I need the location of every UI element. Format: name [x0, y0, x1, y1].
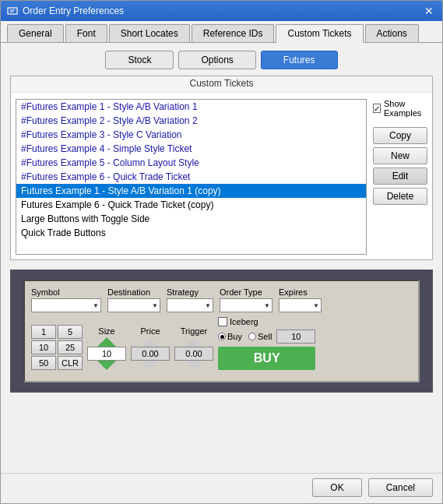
ok-button[interactable]: OK [312, 478, 361, 497]
main-window: Order Entry Preferences ✕ General Font S… [0, 0, 443, 504]
size-up-arrow[interactable] [97, 337, 116, 347]
tab-short-locates[interactable]: Short Locates [109, 24, 190, 42]
destination-dropdown-arrow: ▼ [152, 302, 158, 309]
trigger-down-arrow[interactable] [185, 361, 203, 370]
preview-bottom-row: 1 5 10 25 50 CLR Size 10 [31, 317, 412, 370]
sub-tab-stock[interactable]: Stock [105, 51, 174, 69]
size-field: Size 10 [87, 326, 126, 370]
window-title: Order Entry Preferences [23, 5, 124, 16]
list-item[interactable]: #Futures Example 3 - Style C Variation [16, 128, 366, 142]
strategy-field: Strategy ▼ [167, 287, 213, 312]
destination-label: Destination [107, 287, 160, 297]
size-btn-50[interactable]: 50 [31, 356, 56, 370]
strategy-label: Strategy [167, 287, 213, 297]
list-item[interactable]: #Futures Example 5 - Column Layout Style [16, 156, 366, 170]
buy-radio[interactable] [218, 333, 226, 340]
right-controls: Iceberg Buy Sell [218, 317, 315, 370]
sub-tabs-row: Stock Options Futures [10, 51, 433, 69]
size-buttons: 1 5 10 25 50 CLR [31, 325, 83, 370]
trigger-up-arrow[interactable] [185, 337, 203, 347]
iceberg-row: Iceberg [218, 317, 258, 326]
iceberg-spinbox[interactable]: 10 [276, 330, 315, 344]
price-diamond: 0.00 [131, 337, 170, 370]
right-panel: ✓ Show Examples Copy New Edit Delete [373, 99, 427, 255]
list-item[interactable]: Quick Trade Buttons [16, 226, 366, 240]
price-up-arrow[interactable] [141, 337, 160, 347]
sell-label: Sell [258, 332, 272, 341]
size-btn-clr[interactable]: CLR [58, 356, 83, 370]
order-type-dropdown-arrow: ▼ [264, 302, 270, 309]
order-type-label: Order Type [220, 287, 272, 297]
list-item[interactable]: #Futures Example 1 - Style A/B Variation… [16, 100, 366, 114]
price-down-arrow[interactable] [141, 361, 160, 370]
sell-radio-label: Sell [248, 332, 272, 341]
tab-reference-ids[interactable]: Reference IDs [192, 24, 275, 42]
preview-top-row: Symbol ▼ Destination ▼ [31, 287, 412, 312]
destination-input[interactable]: ▼ [107, 298, 160, 312]
size-label: Size [98, 326, 114, 336]
sell-radio[interactable] [248, 333, 256, 340]
expires-dropdown-arrow: ▼ [313, 302, 319, 309]
size-btn-1[interactable]: 1 [31, 325, 56, 339]
order-type-input[interactable]: ▼ [220, 298, 272, 312]
show-examples-row: ✓ Show Examples [373, 99, 427, 118]
price-label: Price [141, 326, 160, 336]
list-item[interactable]: #Futures Example 4 - Simple Style Ticket [16, 142, 366, 156]
app-icon [7, 5, 18, 16]
buy-radio-label: Buy [218, 332, 242, 341]
delete-button[interactable]: Delete [373, 188, 427, 205]
size-btn-5[interactable]: 5 [58, 325, 83, 339]
buy-label: Buy [227, 332, 242, 341]
destination-field: Destination ▼ [107, 287, 160, 312]
new-button[interactable]: New [373, 147, 427, 164]
footer-row: OK Cancel [1, 473, 442, 503]
show-examples-label: Show Examples [384, 99, 427, 118]
strategy-input[interactable]: ▼ [167, 298, 213, 312]
trigger-spinbox[interactable]: 0.00 [174, 347, 213, 361]
trigger-diamond: 0.00 [174, 337, 213, 370]
action-buttons: Copy New Edit Delete [373, 124, 427, 205]
size-btn-10[interactable]: 10 [31, 340, 56, 354]
buy-button[interactable]: BUY [218, 347, 315, 370]
edit-button[interactable]: Edit [373, 167, 427, 185]
list-item[interactable]: Futures Example 6 - Quick Trade Ticket (… [16, 198, 366, 212]
tab-font[interactable]: Font [65, 24, 107, 42]
tab-general[interactable]: General [7, 24, 64, 42]
cancel-button[interactable]: Cancel [368, 478, 433, 497]
size-spinbox[interactable]: 10 [87, 347, 126, 361]
title-bar-left: Order Entry Preferences [7, 5, 124, 16]
price-field: Price 0.00 [131, 326, 170, 370]
list-item[interactable]: #Futures Example 6 - Quick Trade Ticket [16, 170, 366, 184]
iceberg-label: Iceberg [230, 317, 258, 326]
list-item[interactable]: Large Buttons with Toggle Side [16, 212, 366, 226]
expires-input[interactable]: ▼ [279, 298, 322, 312]
price-spinbox[interactable]: 0.00 [131, 347, 170, 361]
iceberg-checkbox[interactable] [218, 317, 227, 326]
tab-actions[interactable]: Actions [365, 24, 419, 42]
svg-rect-0 [8, 8, 17, 14]
strategy-dropdown-arrow: ▼ [205, 302, 211, 309]
content-area: Stock Options Futures Custom Tickets #Fu… [1, 43, 442, 473]
copy-button[interactable]: Copy [373, 127, 427, 144]
symbol-input[interactable]: ▼ [31, 298, 101, 312]
show-examples-checkbox[interactable]: ✓ [373, 104, 381, 113]
sub-tab-futures[interactable]: Futures [261, 51, 338, 69]
custom-tickets-list[interactable]: #Futures Example 1 - Style A/B Variation… [16, 99, 367, 255]
trigger-label: Trigger [181, 326, 207, 336]
preview-inner: Symbol ▼ Destination ▼ [23, 280, 420, 382]
buy-sell-radio: Buy Sell [218, 332, 272, 341]
close-button[interactable]: ✕ [422, 4, 436, 18]
symbol-label: Symbol [31, 287, 101, 297]
list-item[interactable]: #Futures Example 2 - Style A/B Variation… [16, 114, 366, 128]
size-down-arrow[interactable] [97, 361, 116, 370]
expires-field: Expires ▼ [279, 287, 322, 312]
size-btn-25[interactable]: 25 [58, 340, 83, 354]
title-bar: Order Entry Preferences ✕ [1, 1, 442, 21]
tab-custom-tickets[interactable]: Custom Tickets [276, 24, 363, 43]
order-type-field: Order Type ▼ [220, 287, 272, 312]
list-item-selected[interactable]: Futures Example 1 - Style A/B Variation … [16, 184, 366, 198]
symbol-field: Symbol ▼ [31, 287, 101, 312]
sub-tab-options[interactable]: Options [178, 51, 255, 69]
group-box-title: Custom Tickets [11, 76, 432, 93]
preview-area: Symbol ▼ Destination ▼ [10, 270, 433, 393]
